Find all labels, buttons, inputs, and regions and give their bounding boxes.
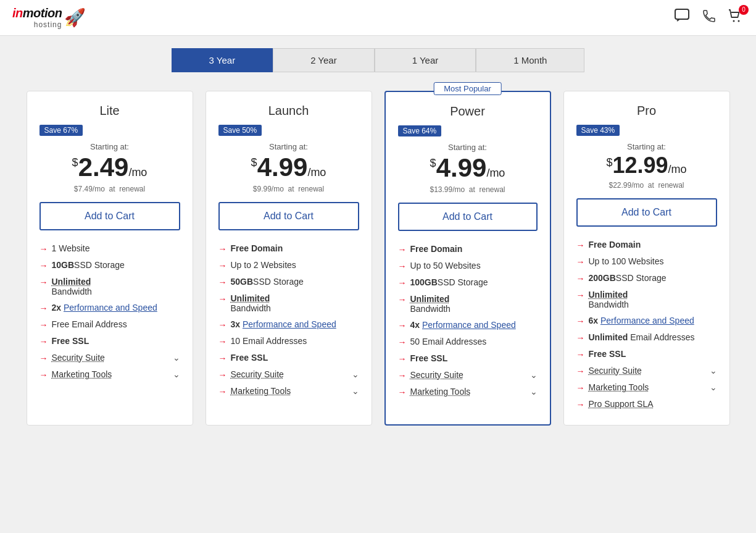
tab-1year[interactable]: 1 Year <box>375 48 476 72</box>
arrow-icon: → <box>39 261 48 271</box>
popular-badge: Most Popular <box>433 82 502 95</box>
arrow-icon: → <box>576 350 585 359</box>
header: inmotion hosting 🚀 0 <box>0 0 756 36</box>
plan-launch-starting-at: Starting at: <box>218 142 359 151</box>
plan-launch-title: Launch <box>218 104 359 118</box>
arrow-icon: → <box>218 244 227 254</box>
arrow-icon: → <box>576 240 585 250</box>
feature-email: →Unlimited Email Addresses <box>576 329 717 346</box>
marketing-tools-chevron[interactable]: ⌄ <box>530 387 538 397</box>
plan-launch-features: →Free Domain →Up to 2 Websites →50GBSSD … <box>218 240 359 400</box>
arrow-icon: → <box>218 387 227 397</box>
svg-rect-0 <box>675 9 689 19</box>
plan-pro-starting-at: Starting at: <box>576 142 717 151</box>
arrow-icon: → <box>39 370 48 380</box>
feature-storage: →10GBSSD Storage <box>39 257 180 274</box>
plan-power-title: Power <box>398 104 538 119</box>
arrow-icon: → <box>398 245 407 254</box>
plan-lite-starting-at: Starting at: <box>39 142 180 151</box>
arrow-icon: → <box>398 261 407 271</box>
chat-icon[interactable] <box>675 9 691 27</box>
feature-email: →10 Email Addresses <box>218 333 359 350</box>
arrow-icon: → <box>398 278 407 288</box>
plan-power-renewal: $13.99/mo at renewal <box>398 185 538 194</box>
arrow-icon: → <box>576 366 585 376</box>
marketing-tools-chevron[interactable]: ⌄ <box>173 369 180 379</box>
feature-domain: →Free Domain <box>576 237 717 253</box>
feature-ssl: →Free SSL <box>218 350 359 366</box>
plan-launch-mo: /mo <box>307 166 326 178</box>
plan-power-mo: /mo <box>486 167 505 179</box>
feature-marketing[interactable]: → Marketing Tools ⌄ <box>218 383 359 400</box>
feature-domain: →Free Domain <box>398 241 538 258</box>
plan-power-amount: 4.99 <box>436 153 487 182</box>
security-suite-chevron[interactable]: ⌄ <box>173 353 180 363</box>
plan-pro-add-cart[interactable]: Add to Cart <box>576 198 717 227</box>
feature-websites: →Up to 100 Websites <box>576 253 717 270</box>
plan-power-add-cart[interactable]: Add to Cart <box>398 203 538 231</box>
feature-bandwidth: →UnlimitedBandwidth <box>576 287 717 313</box>
header-icons: 0 <box>675 9 744 27</box>
arrow-icon: → <box>576 316 585 326</box>
feature-security[interactable]: → Security Suite ⌄ <box>576 363 717 379</box>
security-suite-chevron[interactable]: ⌄ <box>530 370 538 380</box>
feature-marketing[interactable]: → Marketing Tools ⌄ <box>576 379 717 396</box>
arrow-icon: → <box>398 295 407 304</box>
phone-icon[interactable] <box>702 9 717 27</box>
feature-marketing[interactable]: → Marketing Tools ⌄ <box>39 366 180 383</box>
feature-storage: →200GBSSD Storage <box>576 270 717 287</box>
plan-lite-title: Lite <box>39 104 180 118</box>
arrow-icon: → <box>398 387 407 397</box>
feature-storage: →100GBSSD Storage <box>398 274 538 291</box>
plan-pro-save-badge: Save 43% <box>576 125 620 136</box>
arrow-icon: → <box>218 337 227 346</box>
arrow-icon: → <box>39 303 48 313</box>
cart-icon[interactable]: 0 <box>728 9 744 27</box>
feature-security[interactable]: → Security Suite ⌄ <box>39 350 180 366</box>
plan-lite: Lite Save 67% Starting at: $2.49/mo $7.4… <box>27 91 193 426</box>
plan-power-save-badge: Save 64% <box>398 125 442 136</box>
feature-security[interactable]: → Security Suite ⌄ <box>218 366 359 383</box>
plan-lite-features: →1 Website →10GBSSD Storage →UnlimitedBa… <box>39 240 180 383</box>
plan-launch: Launch Save 50% Starting at: $4.99/mo $9… <box>206 91 372 426</box>
arrow-icon: → <box>218 353 227 363</box>
marketing-tools-chevron[interactable]: ⌄ <box>710 382 717 392</box>
plan-pro-price: $12.99/mo <box>576 153 717 178</box>
security-suite-chevron[interactable]: ⌄ <box>710 366 717 376</box>
plan-launch-amount: 4.99 <box>257 153 308 182</box>
feature-ssl: →Free SSL <box>576 346 717 363</box>
plan-launch-price: $4.99/mo <box>218 153 359 182</box>
arrow-icon: → <box>576 257 585 267</box>
marketing-tools-chevron[interactable]: ⌄ <box>352 386 359 396</box>
tab-2year[interactable]: 2 Year <box>273 48 375 72</box>
arrow-icon: → <box>218 277 227 287</box>
arrow-icon: → <box>398 371 407 380</box>
plan-pro-features: →Free Domain →Up to 100 Websites →200GBS… <box>576 237 717 413</box>
arrow-icon: → <box>39 353 48 363</box>
arrow-icon: → <box>39 244 48 254</box>
plans-container: Lite Save 67% Starting at: $2.49/mo $7.4… <box>0 85 756 444</box>
tab-3year[interactable]: 3 Year <box>172 48 273 72</box>
plan-lite-add-cart[interactable]: Add to Cart <box>39 202 180 230</box>
arrow-icon: → <box>39 320 48 330</box>
feature-websites: →Up to 50 Websites <box>398 258 538 274</box>
plan-power: Most Popular Power Save 64% Starting at:… <box>384 91 551 426</box>
plan-power-starting-at: Starting at: <box>398 143 538 152</box>
feature-marketing[interactable]: → Marketing Tools ⌄ <box>398 384 538 400</box>
plan-lite-dollar: $ <box>72 156 78 169</box>
feature-email: →Free Email Address <box>39 316 180 333</box>
feature-performance: →4x Performance and Speed <box>398 317 538 334</box>
tab-1month[interactable]: 1 Month <box>476 48 584 72</box>
feature-bandwidth: →UnlimitedBandwidth <box>39 274 180 300</box>
logo-rocket-icon: 🚀 <box>64 7 86 28</box>
plan-launch-add-cart[interactable]: Add to Cart <box>218 202 359 230</box>
feature-performance: →3x Performance and Speed <box>218 316 359 333</box>
billing-tabs: 3 Year 2 Year 1 Year 1 Month <box>0 36 756 85</box>
security-suite-chevron[interactable]: ⌄ <box>352 369 359 379</box>
plan-launch-renewal: $9.99/mo at renewal <box>218 185 359 193</box>
cart-count: 0 <box>739 5 749 15</box>
plan-pro: Pro Save 43% Starting at: $12.99/mo $22.… <box>563 91 730 426</box>
arrow-icon: → <box>218 320 227 330</box>
plan-launch-save-badge: Save 50% <box>218 125 262 136</box>
feature-security[interactable]: → Security Suite ⌄ <box>398 367 538 384</box>
